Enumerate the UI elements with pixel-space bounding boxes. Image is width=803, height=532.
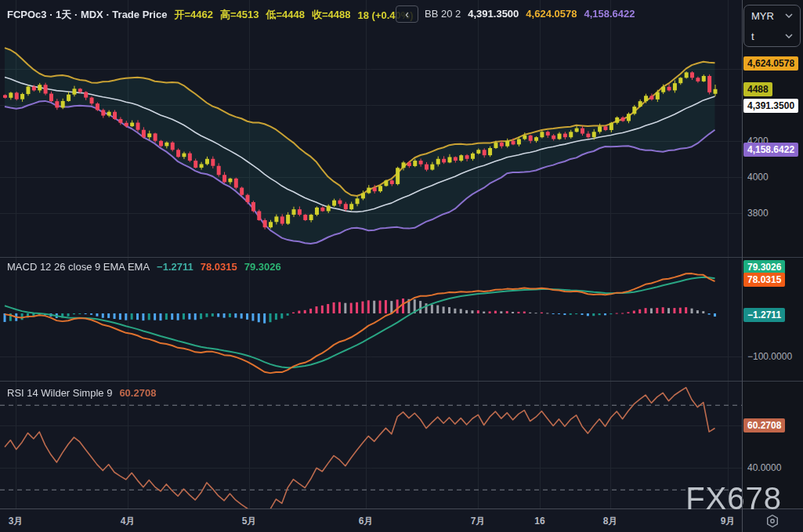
price-tick: 3800 [747,208,769,219]
chart-canvas[interactable] [0,0,742,508]
time-label: 7月 [471,515,486,528]
symbol-title[interactable]: FCPOc3 · 1天 · MDX · Trade Price [7,8,167,22]
rsi-title[interactable]: RSI 14 Wilder Simple 9 [7,387,112,399]
bb-upper-badge: 4,624.0578 [743,56,798,71]
macd-signal-value: 79.3026 [244,261,281,273]
back-button[interactable]: ‹ [396,5,418,23]
time-label: 16 [534,516,544,527]
macd-hist-value: −1.2711 [157,261,194,273]
rsi-pane-header: RSI 14 Wilder Simple 9 60.2708 [7,387,156,399]
currency-selector[interactable]: MYR [744,5,800,26]
watermark: FX678 [685,483,782,514]
price-scale[interactable]: MYR t 4200 4000 3800 4,624.0578 4488 4,3… [742,0,803,508]
bb-basis-badge: 4,391.3500 [743,99,798,113]
chevron-left-icon: ‹ [405,8,409,20]
time-label: 5月 [242,515,257,528]
bb-basis-value: 4,391.3500 [468,8,519,20]
currency-label: MYR [751,10,774,22]
price-tick: 4000 [747,172,769,183]
bb-upper-value: 4,624.0578 [526,8,577,20]
time-label: 3月 [9,515,24,528]
bb-lower-value: 4,158.6422 [584,8,635,20]
pane-divider[interactable] [0,257,803,258]
unit-selector[interactable]: t [744,26,800,46]
price-pane-header: FCPOc3 · 1天 · MDX · Trade Price 开=4462 高… [7,8,414,22]
rsi-tick: 40.0000 [747,462,781,473]
rsi-value-badge: 60.2708 [743,418,785,432]
ohlc-open: 开=4462 [174,8,213,22]
time-axis[interactable]: 3月 4月 5月 6月 7月 16 8月 9月 [0,508,803,532]
macd-line-badge: 78.0315 [743,273,785,287]
time-label: 8月 [603,515,618,528]
time-label: 9月 [721,515,736,528]
axis-border [742,0,743,532]
time-label: 6月 [359,515,374,528]
chevron-down-icon [785,13,793,18]
macd-line-value: 78.0315 [201,261,237,273]
pane-divider[interactable] [0,381,803,382]
last-price-badge: 4488 [743,82,772,96]
chart-window: FCPOc3 · 1天 · MDX · Trade Price 开=4462 高… [0,0,803,532]
macd-tick: −100.0000 [747,351,792,362]
bb-lower-badge: 4,158.6422 [743,143,798,157]
macd-title[interactable]: MACD 12 26 close 9 EMA EMA [7,261,150,273]
settings-icon[interactable] [765,513,780,529]
bb-indicator-header: BB 20 2 4,391.3500 4,624.0578 4,158.6422 [425,8,635,20]
bb-indicator-title[interactable]: BB 20 2 [425,8,461,20]
ohlc-low: 低=4448 [266,8,305,22]
time-label: 4月 [121,515,136,528]
rsi-value: 60.2708 [119,387,156,399]
chevron-down-icon [785,34,793,38]
ohlc-close: 收=4488 [312,8,351,22]
macd-pane-header: MACD 12 26 close 9 EMA EMA −1.2711 78.03… [7,261,281,273]
macd-hist-badge: −1.2711 [743,308,785,322]
scale-unit-selector: MYR t [743,5,801,47]
unit-label: t [751,31,754,42]
ohlc-high: 高=4513 [220,8,259,22]
